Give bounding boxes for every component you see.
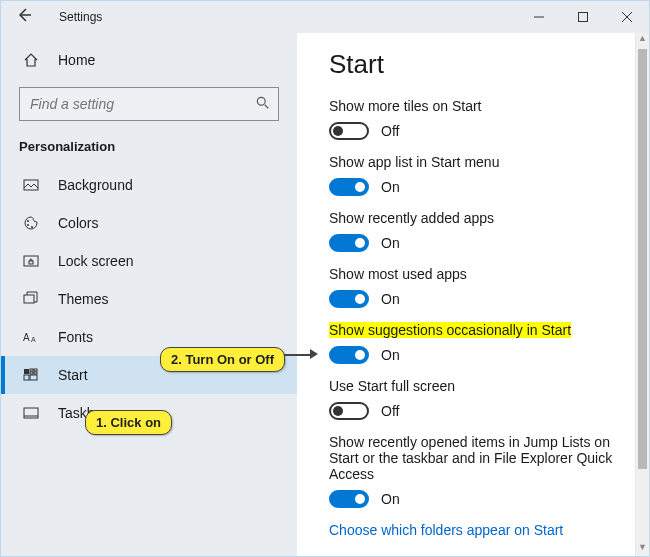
window-title: Settings xyxy=(59,10,102,24)
svg-rect-21 xyxy=(30,375,37,380)
toggle-state: On xyxy=(381,347,400,363)
category-title: Personalization xyxy=(1,131,297,166)
fonts-icon: AA xyxy=(22,328,40,346)
settings-window: Settings Home xyxy=(1,1,649,556)
svg-point-4 xyxy=(257,97,265,105)
search-icon xyxy=(256,96,270,113)
toggle-full-screen[interactable] xyxy=(329,402,369,420)
svg-rect-16 xyxy=(30,369,33,371)
sidebar-item-label: Lock screen xyxy=(58,253,133,269)
sidebar-item-label: Themes xyxy=(58,291,109,307)
sidebar-item-label: Colors xyxy=(58,215,98,231)
setting-label: Show more tiles on Start xyxy=(329,98,615,114)
setting-label: Show recently opened items in Jump Lists… xyxy=(329,434,615,482)
svg-rect-15 xyxy=(24,369,29,374)
back-button[interactable] xyxy=(13,7,37,27)
svg-rect-1 xyxy=(579,13,588,22)
svg-rect-19 xyxy=(34,372,37,374)
taskbar-icon xyxy=(22,404,40,422)
setting-full-screen: Use Start full screen Off xyxy=(329,378,615,420)
svg-rect-20 xyxy=(24,375,29,380)
arrow-icon xyxy=(310,349,318,359)
sidebar: Home Personalization Background xyxy=(1,33,297,556)
svg-point-7 xyxy=(27,220,29,222)
settings-scroll-area: Start Show more tiles on Start Off Show … xyxy=(297,33,635,556)
svg-rect-11 xyxy=(29,261,33,264)
search-box[interactable] xyxy=(19,87,279,121)
toggle-app-list[interactable] xyxy=(329,178,369,196)
setting-label: Show recently added apps xyxy=(329,210,615,226)
lockscreen-icon xyxy=(22,252,40,270)
sidebar-item-themes[interactable]: Themes xyxy=(1,280,297,318)
toggle-state: Off xyxy=(381,403,399,419)
sidebar-item-lockscreen[interactable]: Lock screen xyxy=(1,242,297,280)
palette-icon xyxy=(22,214,40,232)
toggle-state: On xyxy=(381,179,400,195)
sidebar-item-background[interactable]: Background xyxy=(1,166,297,204)
setting-app-list: Show app list in Start menu On xyxy=(329,154,615,196)
themes-icon xyxy=(22,290,40,308)
sidebar-item-label: Start xyxy=(58,367,88,383)
titlebar: Settings xyxy=(1,1,649,33)
main-panel: Start Show more tiles on Start Off Show … xyxy=(297,33,649,556)
scroll-up-icon[interactable]: ▲ xyxy=(636,33,649,47)
sidebar-item-label: Fonts xyxy=(58,329,93,345)
choose-folders-link[interactable]: Choose which folders appear on Start xyxy=(329,522,615,538)
annotation-callout-1: 1. Click on xyxy=(85,410,172,435)
svg-rect-18 xyxy=(30,372,33,374)
toggle-state: On xyxy=(381,491,400,507)
setting-suggestions: Show suggestions occasionally in Start O… xyxy=(329,322,615,364)
picture-icon xyxy=(22,176,40,194)
toggle-state: Off xyxy=(381,123,399,139)
toggle-state: On xyxy=(381,235,400,251)
toggle-suggestions[interactable] xyxy=(329,346,369,364)
svg-text:A: A xyxy=(31,336,36,343)
svg-rect-12 xyxy=(24,295,34,303)
svg-point-8 xyxy=(27,224,29,226)
svg-text:A: A xyxy=(23,332,30,343)
toggle-recently-added[interactable] xyxy=(329,234,369,252)
vertical-scrollbar[interactable]: ▲ ▼ xyxy=(635,33,649,556)
start-icon xyxy=(22,366,40,384)
toggle-most-used[interactable] xyxy=(329,290,369,308)
setting-label: Show most used apps xyxy=(329,266,615,282)
svg-rect-17 xyxy=(34,369,37,371)
home-icon xyxy=(22,51,40,69)
setting-more-tiles: Show more tiles on Start Off xyxy=(329,98,615,140)
sidebar-item-colors[interactable]: Colors xyxy=(1,204,297,242)
svg-line-5 xyxy=(265,104,269,108)
page-title: Start xyxy=(329,49,615,80)
annotation-callout-2: 2. Turn On or Off xyxy=(160,347,285,372)
setting-most-used: Show most used apps On xyxy=(329,266,615,308)
toggle-state: On xyxy=(381,291,400,307)
setting-recently-added: Show recently added apps On xyxy=(329,210,615,252)
maximize-button[interactable] xyxy=(561,1,605,33)
toggle-more-tiles[interactable] xyxy=(329,122,369,140)
minimize-button[interactable] xyxy=(517,1,561,33)
svg-point-9 xyxy=(31,226,33,228)
scroll-down-icon[interactable]: ▼ xyxy=(636,542,649,556)
setting-label: Use Start full screen xyxy=(329,378,615,394)
setting-label: Show app list in Start menu xyxy=(329,154,615,170)
search-input[interactable] xyxy=(30,96,256,112)
close-button[interactable] xyxy=(605,1,649,33)
sidebar-item-label: Background xyxy=(58,177,133,193)
sidebar-home-label: Home xyxy=(58,52,95,68)
toggle-jumplists[interactable] xyxy=(329,490,369,508)
setting-jumplists: Show recently opened items in Jump Lists… xyxy=(329,434,615,508)
setting-label: Show suggestions occasionally in Start xyxy=(329,322,571,338)
sidebar-home[interactable]: Home xyxy=(1,41,297,79)
svg-rect-6 xyxy=(24,180,38,190)
scrollbar-thumb[interactable] xyxy=(638,49,647,469)
annotation-callout-2-text: 2. Turn On or Off xyxy=(171,352,274,367)
